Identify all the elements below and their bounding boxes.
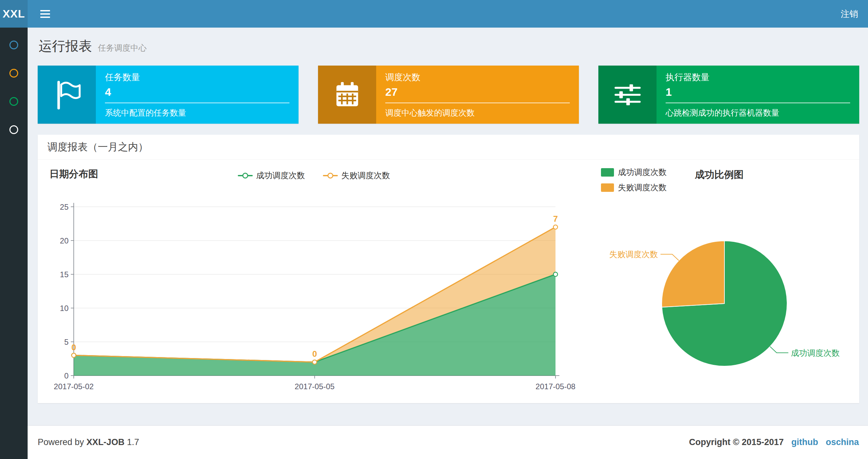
info-description: 心跳检测成功的执行器机器数量 [665,107,850,118]
circle-icon [9,69,18,77]
hamburger-icon [40,17,50,18]
navbar-body: 注销 [28,0,868,28]
powered-by-text: Powered by XXL-JOB 1.7 [38,437,139,447]
content-area: 运行报表 任务调度中心 任务数量 4 系统中配置的任务数量 [28,28,868,459]
app-logo[interactable]: XXL [0,0,28,28]
info-label: 执行器数量 [665,71,850,83]
circle-icon [9,97,18,106]
github-link[interactable]: github [791,437,818,447]
pie-chart: 成功调度次数失败调度次数 [590,160,859,401]
product-version: 1.7 [127,437,140,447]
sidebar-item-4[interactable] [0,116,28,144]
info-divider [665,103,850,103]
oschina-link[interactable]: oschina [826,437,859,447]
circle-icon [9,40,18,50]
page-header: 运行报表 任务调度中心 [28,28,868,55]
sidebar-item-1[interactable] [0,31,28,59]
info-divider [105,103,289,103]
info-box-executors: 执行器数量 1 心跳检测成功的执行器机器数量 [598,66,859,124]
info-value: 27 [385,86,570,98]
sliders-icon [598,66,656,124]
svg-text:5: 5 [64,337,68,347]
sidebar-item-3[interactable] [0,87,28,116]
info-box-content: 调度次数 27 调度中心触发的调度次数 [376,66,579,124]
hamburger-icon [40,10,50,11]
info-description: 调度中心触发的调度次数 [385,107,570,118]
circle-icon [9,125,18,134]
sidebar-toggle-button[interactable] [38,7,52,21]
svg-text:2017-05-08: 2017-05-08 [536,382,576,391]
svg-text:0: 0 [312,349,317,359]
sidebar [0,28,28,459]
svg-text:25: 25 [60,202,68,211]
sidebar-item-2[interactable] [0,59,28,87]
info-box-row: 任务数量 4 系统中配置的任务数量 [38,66,859,124]
info-value: 4 [105,86,289,98]
info-box-content: 执行器数量 1 心跳检测成功的执行器机器数量 [656,66,859,124]
copyright-text: Copyright © 2015-2017 [689,437,784,447]
page-title: 运行报表 [39,39,92,54]
svg-text:2017-05-05: 2017-05-05 [294,382,335,391]
info-box-jobs: 任务数量 4 系统中配置的任务数量 [38,66,299,124]
info-label: 调度次数 [385,71,570,83]
product-name: XXL-JOB [86,437,124,447]
info-label: 任务数量 [105,71,289,83]
svg-text:7: 7 [553,214,558,224]
line-area-chart: 05101520252017-05-022017-05-052017-05-08… [38,160,619,401]
report-box: 调度报表（一月之内） 日期分布图 成功调度次数 失败调度次数 051015202… [38,135,859,403]
info-divider [385,103,570,103]
report-box-body: 日期分布图 成功调度次数 失败调度次数 05101520252017-05-02… [38,160,859,403]
logout-link[interactable]: 注销 [841,8,858,20]
svg-text:失败调度次数: 失败调度次数 [609,250,658,259]
top-navbar: XXL 注销 [0,0,868,28]
powered-prefix: Powered by [38,437,84,447]
info-box-content: 任务数量 4 系统中配置的任务数量 [96,66,299,124]
svg-text:成功调度次数: 成功调度次数 [791,348,840,357]
calendar-icon [318,66,376,124]
report-box-header: 调度报表（一月之内） [38,135,859,160]
info-box-triggers: 调度次数 27 调度中心触发的调度次数 [318,66,579,124]
info-value: 1 [665,86,850,98]
hamburger-icon [40,13,50,14]
info-description: 系统中配置的任务数量 [105,107,289,118]
footer: Powered by XXL-JOB 1.7 Copyright © 2015-… [28,425,868,459]
svg-text:15: 15 [60,270,68,279]
page-subtitle: 任务调度中心 [98,43,147,52]
svg-text:2017-05-02: 2017-05-02 [54,382,94,391]
flag-icon [38,66,96,124]
svg-text:0: 0 [71,342,76,352]
svg-text:10: 10 [60,304,68,313]
footer-right: Copyright © 2015-2017 github oschina [689,437,859,447]
svg-text:20: 20 [60,236,68,245]
svg-text:0: 0 [64,371,68,380]
